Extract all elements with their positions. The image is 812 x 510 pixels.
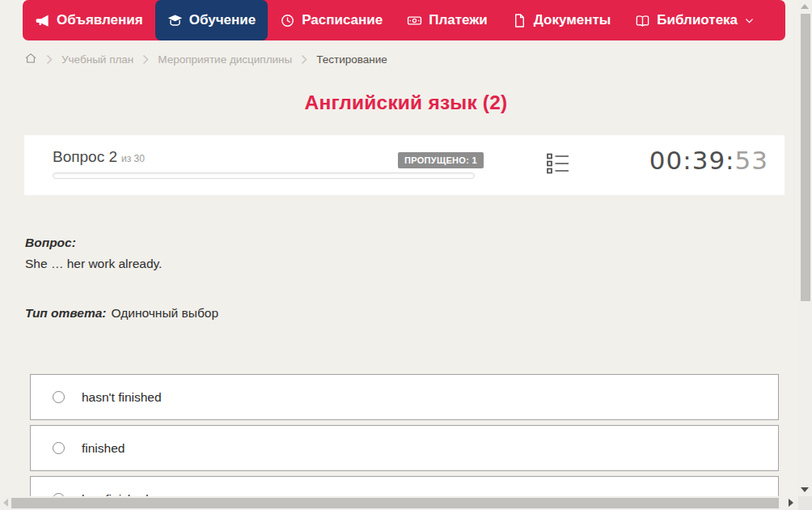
option-label: finished	[82, 441, 125, 456]
home-icon[interactable]	[24, 52, 37, 67]
answer-options: hasn't finished finished has finished	[30, 374, 779, 510]
answer-type: Тип ответа:Одиночный выбор	[25, 306, 218, 321]
scrollbar-corner	[798, 496, 812, 510]
nav-item-documents[interactable]: Документы	[500, 0, 624, 40]
nav-item-payments[interactable]: Платежи	[395, 0, 500, 40]
chevron-right-icon	[301, 54, 307, 65]
question-list-button[interactable]	[543, 149, 573, 180]
nav-item-label: Платежи	[429, 12, 488, 28]
nav-item-label: Обучение	[189, 12, 256, 28]
missed-badge: ПРОПУЩЕНО: 1	[398, 152, 484, 168]
question-number: Вопрос 2	[53, 148, 117, 165]
answer-type-value: Одиночный выбор	[112, 306, 219, 320]
nav-item-schedule[interactable]: Расписание	[268, 0, 395, 40]
horizontal-scrollbar[interactable]	[0, 496, 798, 510]
question-label: Вопрос:	[25, 236, 76, 250]
scroll-right-arrow-icon[interactable]	[789, 499, 793, 507]
timer: 00:39:53	[649, 146, 768, 175]
megaphone-icon	[35, 13, 50, 28]
option-label: hasn't finished	[82, 390, 162, 405]
answer-type-label: Тип ответа:	[25, 306, 107, 320]
chevron-right-icon	[142, 54, 149, 65]
question-total: из 30	[121, 153, 145, 164]
nav-item-library[interactable]: Библиотека	[623, 0, 767, 40]
document-icon	[512, 13, 527, 28]
nav-item-label: Расписание	[302, 12, 383, 28]
nav-item-announcements[interactable]: Объявления	[23, 0, 155, 40]
timer-hours-minutes: 00:39:	[649, 146, 735, 175]
answer-option[interactable]: hasn't finished	[30, 374, 779, 420]
radio-button[interactable]	[53, 391, 65, 403]
radio-button[interactable]	[53, 442, 65, 454]
clock-icon	[280, 13, 295, 28]
progress-bar	[53, 172, 475, 179]
nav-item-label: Библиотека	[657, 12, 738, 28]
vertical-scrollbar[interactable]	[798, 0, 812, 496]
vertical-scroll-thumb[interactable]	[801, 14, 810, 301]
main-nav: Объявления Обучение Расписание Платежи Д…	[23, 0, 785, 40]
timer-seconds: 53	[735, 146, 768, 175]
open-book-icon	[635, 13, 650, 28]
breadcrumb-current-testing: Тестирование	[316, 53, 387, 66]
question-text: She … her work already.	[25, 257, 162, 271]
answer-option[interactable]: finished	[30, 425, 779, 471]
page-title: Английский язык (2)	[0, 91, 812, 114]
nav-item-label: Документы	[534, 12, 611, 28]
breadcrumb-link-curriculum[interactable]: Учебный план	[61, 53, 133, 66]
banknote-icon	[407, 13, 422, 28]
breadcrumb: Учебный план Мероприятие дисциплины Тест…	[24, 50, 387, 68]
horizontal-scroll-thumb[interactable]	[11, 498, 779, 508]
question-list-icon	[546, 166, 570, 178]
nav-item-label: Объявления	[57, 12, 143, 28]
scroll-up-arrow-icon[interactable]	[801, 4, 809, 9]
scroll-left-arrow-icon[interactable]	[3, 499, 8, 507]
chevron-right-icon	[46, 54, 53, 65]
breadcrumb-link-discipline-event[interactable]: Мероприятие дисциплины	[158, 53, 292, 66]
chevron-down-icon	[744, 15, 755, 26]
nav-item-learning[interactable]: Обучение	[155, 0, 268, 40]
question-counter: Вопрос 2из 30	[53, 148, 145, 166]
scroll-down-arrow-icon[interactable]	[801, 487, 809, 492]
graduation-cap-icon	[167, 13, 183, 28]
quiz-header-card: Вопрос 2из 30 ПРОПУЩЕНО: 1 00:39:53	[24, 135, 785, 195]
